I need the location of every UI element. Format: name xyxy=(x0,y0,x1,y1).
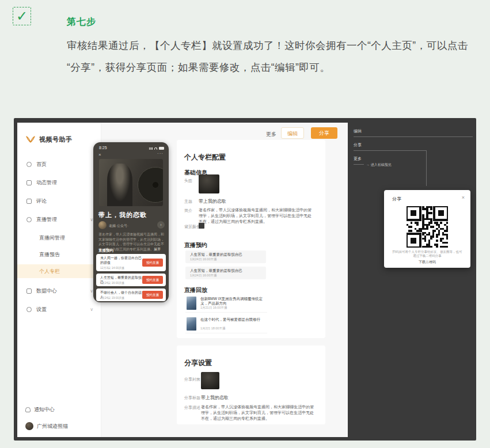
share-dialog-title: 分享 xyxy=(392,196,401,202)
download-qr-link[interactable]: 下载二维码 xyxy=(384,260,470,265)
sidebar-item-label: 直播管理 xyxy=(36,216,57,223)
share-desc-value: 著名作家，带人沉浸体验视频号直播间，和大家聊聊生活中的管理学，从生活到职场，从文… xyxy=(201,404,315,422)
share-dialog-caption: 扫码后可将个人专栏分享给好友、朋友圈等，也可通过下载二维码分享 xyxy=(392,250,462,258)
sidebar-item-label: 个人专栏 xyxy=(39,268,60,275)
brand: 视频号助手 xyxy=(25,135,73,144)
config-card: 个人专栏配置 基础信息 头图 主题 带上我的恋歌 简介 著名作家，带人沉浸体验视… xyxy=(177,140,325,338)
theme-value: 带上我的恋歌 xyxy=(199,198,226,204)
reserve-card-date: 1月24日 16:00开播 xyxy=(100,281,124,284)
notice-center-label: 通知中心 xyxy=(34,406,55,413)
more-button[interactable]: 更多 xyxy=(266,131,276,138)
sidebar-item-liveroom-manage[interactable]: 直播间管理 xyxy=(17,231,101,245)
sidebar-item-settings[interactable]: 设置∨ xyxy=(17,302,101,316)
sidebar-item-data-center[interactable]: 数据中心∨ xyxy=(17,284,101,298)
share-dialog: 分享 × 扫码后可将个人专栏分享给好友、朋友圈等，也可通过下载二维码分享 下载二… xyxy=(384,190,470,268)
annotation-edit: 编辑 xyxy=(354,128,362,134)
sidebar-item-label: 首页 xyxy=(36,161,47,168)
annotation-note-text: 进入初稿预览 xyxy=(371,163,392,166)
reserve-card[interactable]: 人生苦短，最重要的是取悦自己 1月24日 16:00开播 预约直播 xyxy=(96,274,166,286)
sidebar-item-feed[interactable]: 动态管理 xyxy=(17,176,101,189)
replay-item-date: 1月2日 18:00开播 xyxy=(200,326,225,331)
wifi-icon xyxy=(154,147,157,150)
annotation-more: 更多 xyxy=(354,156,362,162)
reserve-card-title: 来人间一趟，你要活出自己的骄傲 xyxy=(100,256,143,265)
feed-icon xyxy=(26,180,32,185)
reserve-item-title: 人生苦短，最重要的是取悦自己 xyxy=(190,268,242,274)
replay-thumbnail xyxy=(187,317,196,331)
replay-item-date: 1月21日 16:00开播 xyxy=(200,306,227,310)
sidebar: 视频号助手 首页 动态管理 评论 直播管理∨ 直播间管理 直播预告 个人专栏 数… xyxy=(17,123,101,437)
avatar xyxy=(25,422,33,430)
edit-button[interactable]: 编辑 xyxy=(281,127,304,139)
cover-label: 头图 xyxy=(184,178,192,184)
sidebar-item-live-notice[interactable]: 直播预告 xyxy=(17,248,101,261)
author-name: 老频·公众号· xyxy=(109,223,128,229)
annotation-share: 分享 xyxy=(354,142,362,148)
reserve-item-date: 1月24日 16:00开播 xyxy=(190,257,216,261)
section-live-reserve: 直播预约 xyxy=(184,241,207,249)
share-desc-label: 分享描述 xyxy=(184,405,200,411)
sidebar-item-personal-column[interactable]: 个人专栏 xyxy=(17,264,101,278)
sidebar-item-label: 数据中心 xyxy=(36,287,57,295)
replay-item-title: 创新BMW iX亚洲首秀高调颠覆传统定义，产品新方向 xyxy=(200,297,265,306)
share-title-value: 带上我的恋歌 xyxy=(201,394,229,401)
config-title: 个人专栏配置 xyxy=(184,153,226,162)
sidebar-item-label: 动态管理 xyxy=(36,179,57,187)
replay-thumbnail xyxy=(187,297,196,310)
close-icon[interactable]: × xyxy=(462,195,465,200)
phone-preview: 8:25 × ··· 带上，我的恋歌 老频·公众号· › 著名作家，带人沉浸体验… xyxy=(93,142,169,302)
reserve-card-date: 1月24日 19:00开播 xyxy=(100,296,124,299)
account-name: 广州城迹熊猫 xyxy=(37,423,68,430)
chevron-right-icon: › xyxy=(56,424,58,429)
annotation-connector xyxy=(426,150,427,186)
column-title: 带上，我的恋歌 xyxy=(98,211,147,219)
reserve-item[interactable]: 人生苦短，最重要的是取悦自己 1月24日 16:00开播 xyxy=(185,250,266,263)
reserve-item[interactable]: 人生苦短，最重要的是取悦自己 1月24日 16:00开播 xyxy=(185,267,266,279)
step-check-icon: ✓ xyxy=(13,7,31,25)
comment-icon xyxy=(26,199,32,204)
intro-value: 著名作家，带人沉浸体验视频号直播间，和大家聊聊生活中的管理学，从生活到职场，从文… xyxy=(199,207,315,225)
sidebar-item-home[interactable]: 首页 xyxy=(17,157,101,171)
annotation-line xyxy=(354,164,364,165)
person-photo xyxy=(107,164,132,206)
sidebar-item-label: 直播间管理 xyxy=(39,234,65,242)
section-live-replay: 直播回放 xyxy=(184,286,207,294)
brand-label: 视频号助手 xyxy=(39,135,73,144)
sidebar-item-live-manage[interactable]: 直播管理∨ xyxy=(17,212,101,226)
share-settings-title: 分享设置 xyxy=(184,358,212,368)
replay-item[interactable]: 在这个时代，爱与被爱都是自我修行 1月2日 18:00开播 xyxy=(185,315,267,333)
share-cover-thumbnail[interactable] xyxy=(201,372,219,389)
status-icons xyxy=(149,147,164,150)
reserve-card[interactable]: 来人间一趟，你要活出自己的骄傲 12月3日 14:00开播 预约直播 xyxy=(96,254,166,271)
cover-thumbnail[interactable] xyxy=(199,174,219,193)
reserve-live-button[interactable]: 预约直播 xyxy=(142,259,163,267)
reserve-live-button[interactable]: 预约直播 xyxy=(142,291,163,299)
reserve-live-button[interactable]: 预约直播 xyxy=(142,276,163,284)
battery-icon xyxy=(159,147,164,150)
more-dots-icon[interactable]: ··· xyxy=(157,151,164,156)
reserve-item-date: 1月24日 16:00开播 xyxy=(190,274,216,278)
live-icon xyxy=(26,217,32,222)
data-icon xyxy=(26,288,32,294)
reserve-section-title: 直播预约 xyxy=(98,248,113,253)
sidebar-item-label: 设置 xyxy=(36,306,47,313)
close-icon[interactable]: × xyxy=(98,152,101,157)
share-button[interactable]: 分享 xyxy=(311,127,337,139)
account-row[interactable]: 广州城迹熊猫› xyxy=(25,422,68,430)
chevron-down-icon[interactable]: ∨ xyxy=(90,307,93,312)
screenshot-frame: 视频号助手 首页 动态管理 评论 直播管理∨ 直播间管理 直播预告 个人专栏 数… xyxy=(14,118,476,441)
replay-item[interactable]: 创新BMW iX亚洲首秀高调颠覆传统定义，产品新方向 1月21日 16:00开播 xyxy=(185,294,267,313)
bg-color-swatch[interactable] xyxy=(199,223,204,229)
arrow-icon: → xyxy=(366,163,370,166)
chevron-circle-icon[interactable]: › xyxy=(157,221,165,229)
bell-icon xyxy=(25,407,31,412)
notice-center[interactable]: 通知中心 xyxy=(25,406,55,413)
expand-link[interactable]: 展开 xyxy=(154,248,161,251)
sidebar-item-comments[interactable]: 评论 xyxy=(17,194,101,208)
reserve-card[interactable]: 不做社会人，做个自在的说书人 1月24日 19:00开播 预约直播 xyxy=(96,288,166,301)
sidebar-item-label: 直播预告 xyxy=(39,251,60,259)
check-icon: ✓ xyxy=(16,8,28,24)
author-avatar xyxy=(98,221,107,229)
hero-image xyxy=(99,159,163,206)
intro-label: 简介 xyxy=(184,208,192,214)
